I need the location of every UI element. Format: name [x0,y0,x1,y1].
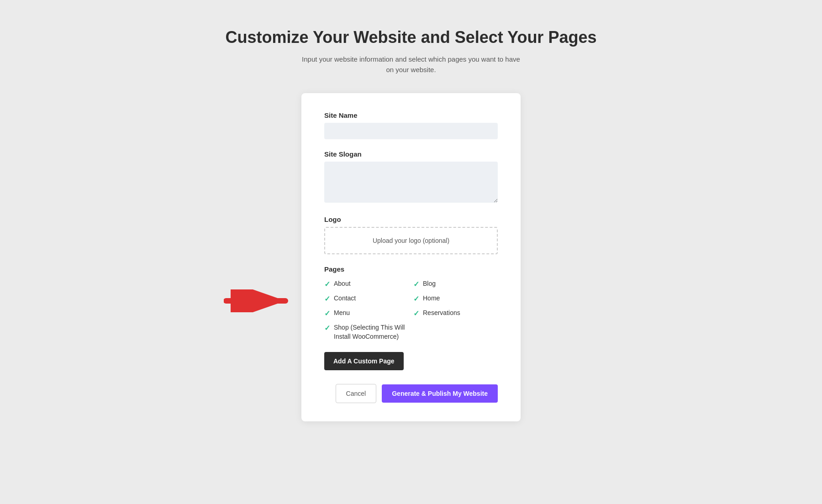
logo-upload-area[interactable]: Upload your logo (optional) [324,227,498,254]
page-name-shop: Shop (Selecting This Will Install WooCom… [334,323,409,341]
page-item-about[interactable]: ✓ About [324,279,409,289]
page-name-menu: Menu [334,309,350,318]
check-icon-menu: ✓ [324,309,330,318]
pages-section: Pages ✓ About ✓ Blog ✓ Contact ✓ Home [324,265,498,341]
site-name-label: Site Name [324,111,498,119]
logo-label: Logo [324,215,498,223]
generate-publish-button[interactable]: Generate & Publish My Website [382,384,498,403]
check-icon-reservations: ✓ [413,309,419,318]
site-name-input[interactable] [324,123,498,139]
check-icon-contact: ✓ [324,294,330,303]
check-icon-blog: ✓ [413,280,419,289]
page-name-contact: Contact [334,294,356,303]
cancel-button[interactable]: Cancel [336,384,377,403]
logo-group: Logo Upload your logo (optional) [324,215,498,254]
page-name-home: Home [423,294,440,303]
pages-grid: ✓ About ✓ Blog ✓ Contact ✓ Home ✓ Menu [324,279,498,341]
page-item-contact[interactable]: ✓ Contact [324,294,409,303]
check-icon-about: ✓ [324,280,330,289]
pages-label: Pages [324,265,498,273]
page-name-blog: Blog [423,279,436,289]
page-header: Customize Your Website and Select Your P… [226,27,597,75]
page-name-reservations: Reservations [423,309,460,318]
arrow-icon [224,289,292,312]
arrow-annotation [224,289,292,312]
page-item-menu[interactable]: ✓ Menu [324,309,409,318]
page-item-shop[interactable]: ✓ Shop (Selecting This Will Install WooC… [324,323,409,341]
site-slogan-input[interactable] [324,162,498,203]
page-subtitle: Input your website information and selec… [301,54,521,75]
site-slogan-label: Site Slogan [324,150,498,158]
form-actions: Cancel Generate & Publish My Website [324,384,498,403]
page-item-home[interactable]: ✓ Home [413,294,498,303]
check-icon-home: ✓ [413,294,419,303]
page-title: Customize Your Website and Select Your P… [226,27,597,47]
add-custom-page-button[interactable]: Add A Custom Page [324,352,404,370]
form-card: Site Name Site Slogan Logo Upload your l… [301,93,521,421]
site-slogan-group: Site Slogan [324,150,498,205]
add-custom-page-wrapper: Add A Custom Page [324,352,498,384]
page-name-about: About [334,279,351,289]
page-item-blog[interactable]: ✓ Blog [413,279,498,289]
page-item-reservations[interactable]: ✓ Reservations [413,309,498,318]
check-icon-shop: ✓ [324,324,330,332]
site-name-group: Site Name [324,111,498,139]
logo-upload-text: Upload your logo (optional) [373,237,449,244]
